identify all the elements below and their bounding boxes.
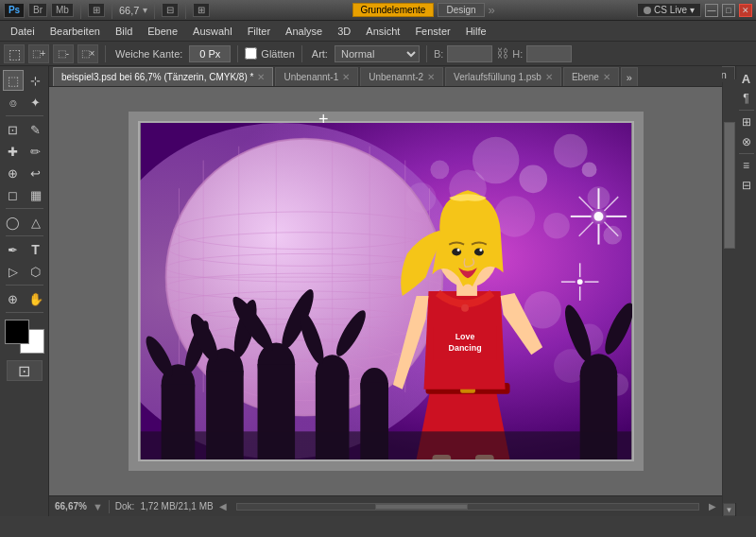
color-boxes xyxy=(5,320,44,354)
weiche-kante-label: Weiche Kante: xyxy=(112,48,185,60)
crop-tool[interactable]: ⊡ xyxy=(3,119,24,140)
scroll-down-btn[interactable]: ▼ xyxy=(723,503,736,516)
close-tab-verlaufsfuellung[interactable]: ✕ xyxy=(545,72,553,82)
horizontal-scrollbar[interactable] xyxy=(236,503,699,511)
close-tab-unbenannt1[interactable]: ✕ xyxy=(342,72,350,82)
menu-3d[interactable]: 3D xyxy=(331,24,357,39)
quick-mask-btn[interactable]: ⊡ xyxy=(7,360,43,381)
maximize-btn[interactable]: □ xyxy=(722,4,735,17)
more-workspaces[interactable]: » xyxy=(489,3,495,17)
tab-beispiel3[interactable]: beispiel3.psd bei 66,7% (Tänzerin, CMYK/… xyxy=(53,67,273,86)
rpanel-align-btn[interactable]: ≡ xyxy=(738,157,755,174)
vertical-scrollbar[interactable]: ▲ ▼ xyxy=(722,66,735,516)
hand-tool[interactable]: ✋ xyxy=(26,288,46,309)
minimize-btn[interactable]: — xyxy=(705,4,718,17)
scroll-track[interactable] xyxy=(723,79,736,503)
menu-datei[interactable]: Datei xyxy=(4,24,42,39)
svg-point-89 xyxy=(452,249,461,256)
zoom-arrow[interactable]: ▾ xyxy=(143,5,147,15)
scroll-thumb-v[interactable] xyxy=(724,122,735,249)
status-arrow-next[interactable]: ▶ xyxy=(709,501,716,511)
close-tab-beispiel3[interactable]: ✕ xyxy=(257,72,265,82)
statusbar: 66,67% ▼ Dok: 1,72 MB/21,1 MB ◀ ▶ xyxy=(49,495,722,516)
link-icon: ⛓ xyxy=(496,46,508,61)
clone-tool[interactable]: ⊕ xyxy=(3,163,24,183)
gradient-tool[interactable]: ▦ xyxy=(26,184,46,205)
close-tab-ebene[interactable]: ✕ xyxy=(603,72,610,82)
heal-tool[interactable]: ✚ xyxy=(3,141,24,162)
starburst-right xyxy=(570,188,626,244)
dodge-tool[interactable]: ◯ xyxy=(3,212,24,233)
rpanel-transform-btn[interactable]: ⊞ xyxy=(738,113,755,130)
shape-tool[interactable]: ⬡ xyxy=(26,261,46,282)
menu-analyse[interactable]: Analyse xyxy=(279,24,329,39)
svg-point-10 xyxy=(543,213,570,239)
zoom-tool[interactable]: ⊕ xyxy=(3,288,24,309)
text-tool[interactable]: T xyxy=(26,239,46,260)
more-tabs-btn[interactable]: » xyxy=(621,67,638,86)
sub-selection-btn[interactable]: ⬚- xyxy=(53,44,74,63)
menu-auswahl[interactable]: Auswahl xyxy=(186,24,239,39)
rpanel-distribute-btn[interactable]: ⊟ xyxy=(738,177,755,194)
pen-tool[interactable]: ✒ xyxy=(3,239,24,260)
br-badge[interactable]: Br xyxy=(28,3,47,17)
status-doc-value: 1,72 MB/21,1 MB xyxy=(140,501,213,511)
glatten-checkbox[interactable] xyxy=(245,47,257,60)
art-dropdown[interactable]: Normal Hinzufügen Subtrahieren Schnittme… xyxy=(335,45,420,62)
new-selection-btn[interactable]: ⬚ xyxy=(4,44,25,63)
tab-ebene[interactable]: Ebene ✕ xyxy=(563,67,619,86)
intersect-selection-btn[interactable]: ⬚× xyxy=(77,44,98,63)
rpanel-text-btn[interactable]: A xyxy=(738,70,755,87)
close-tab-unbenannt2[interactable]: ✕ xyxy=(427,72,435,82)
titlebar-right: CS Live ▾ — □ ✕ xyxy=(637,3,752,17)
foreground-color-box[interactable] xyxy=(5,320,29,344)
scroll-thumb-h[interactable] xyxy=(375,504,468,510)
view-options[interactable]: ⊞ xyxy=(88,3,105,17)
menu-hilfe[interactable]: Hilfe xyxy=(459,24,493,39)
canvas-scroll[interactable]: Love Dancing xyxy=(49,87,722,495)
menu-bild[interactable]: Bild xyxy=(109,24,139,39)
path-selection-tool[interactable]: ▷ xyxy=(3,261,24,282)
eraser-tool[interactable]: ◻ xyxy=(3,184,24,205)
weiche-kante-input[interactable] xyxy=(189,45,231,62)
layout-options[interactable]: ⊟ xyxy=(162,3,179,17)
move-tool[interactable]: ⊹ xyxy=(26,70,46,91)
tool-pair-2: ⌾ ✦ xyxy=(3,92,46,113)
sharpen-tool[interactable]: △ xyxy=(26,212,46,233)
h-input[interactable] xyxy=(526,45,572,62)
tool-pair-5: ⊕ ↩ xyxy=(3,163,46,183)
tab-unbenannt2[interactable]: Unbenannt-2 ✕ xyxy=(360,67,443,86)
history-tool[interactable]: ↩ xyxy=(26,163,46,183)
cs-live-label: CS Live xyxy=(654,5,687,15)
magic-wand-tool[interactable]: ✦ xyxy=(26,92,46,113)
canvas-area: beispiel3.psd bei 66,7% (Tänzerin, CMYK/… xyxy=(49,66,722,516)
menu-ebene[interactable]: Ebene xyxy=(141,24,184,39)
tab-verlaufsfuellung[interactable]: Verlaufsfüllung 1.psb ✕ xyxy=(445,67,561,86)
grundelemente-btn[interactable]: Grundelemente xyxy=(352,3,435,17)
marquee-tool[interactable]: ⬚ xyxy=(3,70,24,91)
tab-unbenannt1[interactable]: Unbenannt-1 ✕ xyxy=(275,67,358,86)
canvas-image[interactable]: Love Dancing xyxy=(138,121,634,461)
rpanel-warp-btn[interactable]: ⊗ xyxy=(738,133,755,150)
titlebar-center: Grundelemente Design » xyxy=(352,3,495,17)
arrange-options[interactable]: ⊞ xyxy=(193,3,210,17)
rpanel-paragraph-btn[interactable]: ¶ xyxy=(738,90,755,107)
close-btn[interactable]: ✕ xyxy=(739,4,752,17)
eyedropper-tool[interactable]: ✎ xyxy=(26,119,46,140)
menu-bearbeiten[interactable]: Bearbeiten xyxy=(43,24,107,39)
brush-tool[interactable]: ✏ xyxy=(26,141,46,162)
add-selection-btn[interactable]: ⬚+ xyxy=(28,44,49,63)
mb-badge[interactable]: Mb xyxy=(51,3,74,17)
menu-ansicht[interactable]: Ansicht xyxy=(359,24,406,39)
b-input[interactable] xyxy=(447,45,492,62)
artwork-svg: Love Dancing xyxy=(140,123,632,459)
cs-live-btn[interactable]: CS Live ▾ xyxy=(637,3,701,17)
canvas-inner: Love Dancing xyxy=(129,112,644,471)
status-arrow-prev[interactable]: ◀ xyxy=(219,501,227,511)
status-zoom-arrow[interactable]: ▼ xyxy=(93,501,103,512)
design-btn[interactable]: Design xyxy=(438,3,484,17)
lasso-tool[interactable]: ⌾ xyxy=(3,92,24,113)
menu-fenster[interactable]: Fenster xyxy=(408,24,456,39)
menu-filter[interactable]: Filter xyxy=(241,24,277,39)
titlebar-left: Ps Br Mb ⊞ 66,7 ▾ ⊟ ⊞ xyxy=(4,2,210,19)
